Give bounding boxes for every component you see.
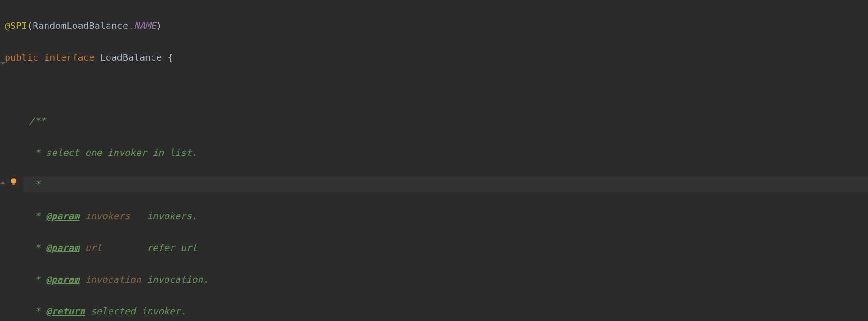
javadoc-return-tag: @return	[46, 306, 85, 317]
javadoc-param-tag: @param	[46, 242, 79, 253]
javadoc-param-name: invocation	[85, 274, 141, 285]
keyword-interface: interface	[44, 52, 94, 63]
javadoc-param-tag: @param	[46, 274, 79, 285]
javadoc-return-desc: selected invoker.	[90, 306, 186, 317]
javadoc-line: *	[29, 179, 40, 190]
javadoc-param-desc: invokers.	[147, 210, 197, 222]
annotation: @SPI	[5, 20, 27, 31]
javadoc-param-name: invokers	[85, 210, 130, 222]
class-reference: RandomLoadBalance	[33, 20, 128, 31]
keyword-public: public	[5, 52, 38, 63]
javadoc-description: * select one invoker in list.	[29, 147, 197, 158]
code-editor[interactable]: @SPI(RandomLoadBalance.NAME) public inte…	[5, 2, 868, 321]
javadoc-param-desc: refer url	[147, 242, 197, 253]
javadoc-param-name: url	[85, 242, 102, 253]
javadoc-param-tag: @param	[46, 210, 79, 222]
javadoc-start: /**	[29, 115, 46, 126]
interface-name: LoadBalance	[100, 52, 162, 63]
javadoc-param-desc: invocation.	[147, 274, 208, 285]
constant-reference: NAME	[134, 20, 156, 31]
